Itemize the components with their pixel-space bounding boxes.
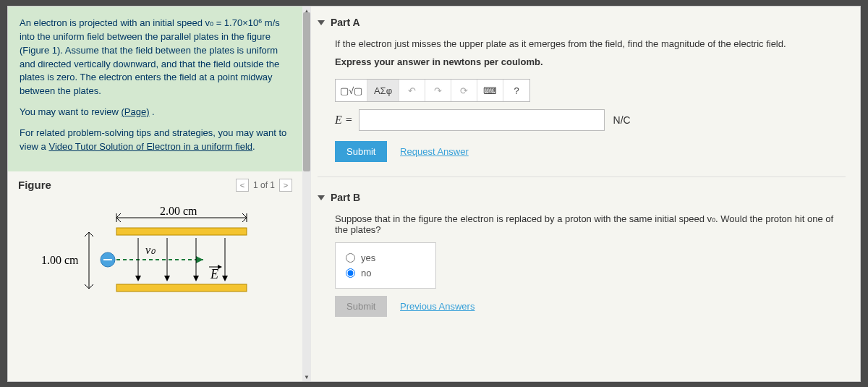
choice-no[interactable]: no xyxy=(346,265,425,281)
figure-nav-text: 1 of 1 xyxy=(253,180,275,190)
figure-prev-button[interactable]: < xyxy=(236,179,249,192)
video-tutor-link[interactable]: Video Tutor Solution of Electron in a un… xyxy=(48,141,252,152)
width-label: 2.00 cm xyxy=(160,205,197,217)
part-a-question: If the electron just misses the upper pl… xyxy=(335,38,840,49)
page-link[interactable]: (Page) xyxy=(121,106,149,117)
svg-marker-11 xyxy=(135,276,141,281)
svg-marker-13 xyxy=(164,276,170,281)
equation-label: E = xyxy=(335,114,353,127)
caret-down-icon xyxy=(318,195,325,200)
svg-marker-19 xyxy=(218,265,222,269)
greek-tool[interactable]: ΑΣφ xyxy=(367,80,399,101)
problem-text-2: You may want to review (Page) . xyxy=(20,106,291,119)
undo-tool[interactable]: ↶ xyxy=(399,80,425,101)
figure-next-button[interactable]: > xyxy=(279,179,292,192)
unit-label: N/C xyxy=(613,114,631,126)
choice-box: yes no xyxy=(335,242,436,289)
help-tool[interactable]: ? xyxy=(503,80,529,101)
answer-toolbar: ▢√▢ ΑΣφ ↶ ↷ ⟳ ⌨ ? xyxy=(335,79,530,102)
part-b-question: Suppose that in the figure the electron … xyxy=(335,213,840,235)
templates-tool[interactable]: ▢√▢ xyxy=(336,80,367,101)
height-label: 1.00 cm xyxy=(41,254,79,266)
caret-down-icon xyxy=(318,20,325,25)
redo-tool[interactable]: ↷ xyxy=(425,80,451,101)
submit-button-b: Submit xyxy=(335,296,387,317)
part-a-header[interactable]: Part A xyxy=(303,7,860,34)
part-a-instruction: Express your answer in newtons per coulo… xyxy=(335,56,840,67)
part-b-header[interactable]: Part B xyxy=(303,182,860,209)
previous-answers-link[interactable]: Previous Answers xyxy=(400,301,475,312)
radio-no[interactable] xyxy=(346,268,355,278)
request-answer-link[interactable]: Request Answer xyxy=(400,146,469,157)
reset-tool[interactable]: ⟳ xyxy=(451,80,477,101)
svg-rect-4 xyxy=(116,284,247,292)
problem-text-1: An electron is projected with an initial… xyxy=(20,17,291,98)
answer-input[interactable] xyxy=(359,109,605,131)
figure-diagram: 2.00 cm 1.00 cm v₀ xyxy=(8,196,302,328)
figure-title: Figure xyxy=(18,179,51,191)
svg-rect-3 xyxy=(116,228,247,235)
problem-statement: An electron is projected with an initial… xyxy=(8,7,302,171)
choice-yes[interactable]: yes xyxy=(346,250,425,265)
svg-marker-9 xyxy=(196,256,203,263)
e-field-label: E xyxy=(210,267,218,281)
submit-button-a[interactable]: Submit xyxy=(335,141,387,162)
radio-yes[interactable] xyxy=(346,253,355,263)
v0-label: v₀ xyxy=(145,244,156,256)
svg-marker-17 xyxy=(222,276,228,281)
svg-marker-15 xyxy=(193,276,199,281)
problem-text-3: For related problem-solving tips and str… xyxy=(20,127,291,154)
keyboard-tool[interactable]: ⌨ xyxy=(477,80,503,101)
